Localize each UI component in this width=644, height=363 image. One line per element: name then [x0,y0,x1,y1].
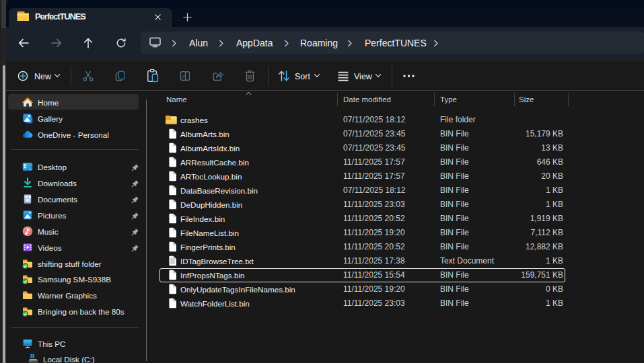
svg-text:A: A [182,73,186,80]
